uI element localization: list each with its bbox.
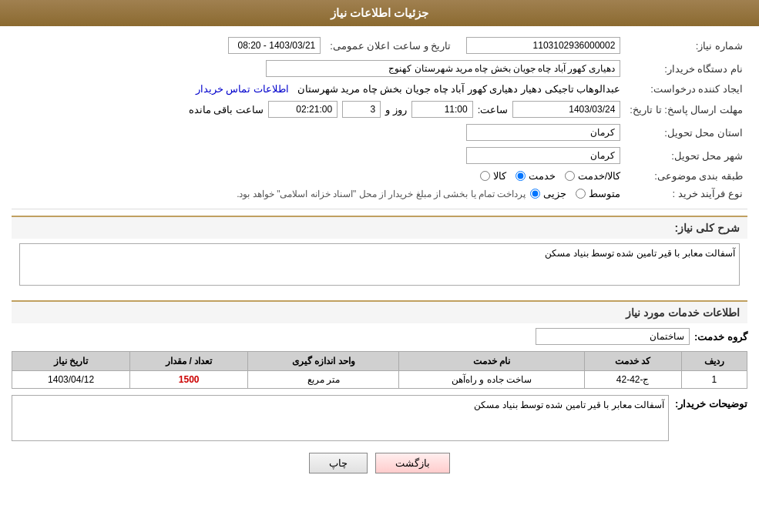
cell-tedad: 1500	[130, 371, 248, 389]
tabaqe-kala-label: کالا	[493, 170, 506, 182]
nooe-farayand-label: نوع فرآیند خرید :	[625, 185, 747, 202]
info-table: شماره نیاز: 1103102936000002 تاریخ و ساع…	[12, 34, 747, 202]
shahr-label: شهر محل تحویل:	[625, 144, 747, 167]
mohlet-date: 1403/03/24	[512, 101, 620, 118]
shomara-niaz-label: شماره نیاز:	[625, 34, 747, 57]
cell-radif: 1	[681, 371, 747, 389]
col-tedad: تعداد / مقدار	[130, 352, 248, 371]
nooe-farayand-text: پرداخت تمام یا بخشی از مبلغ خریدار از مح…	[237, 189, 526, 199]
gorooh-khedmat-value: ساختمان	[536, 328, 690, 345]
cell-tarikh: 1403/04/12	[12, 371, 130, 389]
tosif-row: توضیحات خریدار: document.querySelector('…	[12, 395, 747, 443]
nooe-jozi[interactable]: جزیی	[530, 188, 566, 199]
tabaqe-kala-khedmat[interactable]: کالا/خدمت	[565, 170, 621, 182]
cell-vahed: متر مربع	[248, 371, 399, 389]
ostan-label: استان محل تحویل:	[625, 121, 747, 144]
tabaqe-khedmat[interactable]: خدمت	[516, 170, 556, 182]
tosif-container: document.querySelector('[data-name="tosi…	[12, 395, 669, 443]
tosif-label: توضیحات خریدار:	[675, 395, 747, 410]
services-table: ردیف کد خدمت نام خدمت واحد اندازه گیری ت…	[12, 351, 747, 389]
ostan-value: کرمان	[466, 124, 620, 141]
gorooh-khedmat-label: گروه خدمت:	[694, 331, 747, 343]
tabaqe-radio-group: کالا/خدمت خدمت کالا	[480, 170, 621, 182]
ijad-konande-value: عبدالوهاب تاجیکی دهیار دهیاری کهور آباد …	[297, 83, 621, 95]
col-name: نام خدمت	[399, 352, 584, 371]
nooe-jozi-radio[interactable]	[530, 189, 540, 199]
nooe-farayand-radio-group: متوسط جزیی	[530, 188, 620, 199]
nooe-motavasset[interactable]: متوسط	[576, 188, 620, 199]
table-row: 1 ج-42-42 ساخت جاده و راه‌آهن متر مربع 1…	[12, 371, 747, 389]
tabaqe-kala[interactable]: کالا	[480, 170, 506, 182]
ijad-konande-label: ایجاد کننده درخواست:	[625, 80, 747, 98]
tarikh-elan-label: تاریخ و ساعت اعلان عمومی:	[325, 34, 455, 57]
page-title: جزئیات اطلاعات نیاز	[331, 6, 428, 19]
sharh-label: شرح کلی نیاز:	[675, 222, 740, 234]
cell-name: ساخت جاده و راه‌آهن	[399, 371, 584, 389]
col-vahed: واحد اندازه گیری	[248, 352, 399, 371]
nooe-motavasset-label: متوسط	[589, 188, 620, 199]
services-section-header: اطلاعات خدمات مورد نیاز	[12, 300, 747, 323]
mohlet-roz-label: روز و	[385, 104, 407, 115]
back-button[interactable]: بازگشت	[375, 453, 450, 473]
mohlet-roz: 3	[342, 101, 381, 118]
sharh-container: document.querySelector('[data-name="shar…	[12, 243, 747, 294]
nam-dastgah-value: دهیاری کهور آباد چاه جویان بخش چاه مرید …	[266, 60, 620, 77]
mohlet-remaining: 02:21:00	[268, 101, 338, 118]
mohlet-label: مهلت ارسال پاسخ: تا تاریخ:	[625, 98, 747, 121]
tabaqe-kala-khedmat-label: کالا/خدمت	[578, 170, 621, 182]
sharh-textarea[interactable]	[19, 243, 740, 286]
page-header: جزئیات اطلاعات نیاز	[0, 0, 759, 26]
tabaqe-label: طبقه بندی موضوعی:	[625, 167, 747, 185]
tabaqe-kala-radio[interactable]	[480, 171, 490, 181]
services-section-label: اطلاعات خدمات مورد نیاز	[626, 306, 740, 319]
print-button[interactable]: چاپ	[309, 453, 368, 473]
nooe-motavasset-radio[interactable]	[576, 189, 586, 199]
cell-kod: ج-42-42	[584, 371, 681, 389]
sharh-section-header: شرح کلی نیاز:	[12, 216, 747, 239]
buttons-row: بازگشت چاپ	[12, 443, 747, 483]
mohlet-saat-label: ساعت:	[478, 104, 509, 115]
divider-1	[12, 209, 747, 209]
col-tarikh: تاریخ نیاز	[12, 352, 130, 371]
mohlet-remaining-label: ساعت باقی مانده	[189, 104, 264, 115]
tabaqe-khedmat-label: خدمت	[529, 170, 556, 182]
col-kod: کد خدمت	[584, 352, 681, 371]
tabaqe-khedmat-radio[interactable]	[516, 171, 526, 181]
tarikh-elan-value: 1403/03/21 - 08:20	[228, 37, 321, 54]
tosif-textarea[interactable]	[12, 395, 669, 441]
col-radif: ردیف	[681, 352, 747, 371]
shomara-niaz-value: 1103102936000002	[466, 37, 620, 54]
ettelaat-tamas-link[interactable]: اطلاعات تماس خریدار	[196, 83, 289, 95]
nam-dastgah-label: نام دستگاه خریدار:	[625, 57, 747, 80]
nooe-jozi-label: جزیی	[543, 188, 566, 199]
mohlet-saat: 11:00	[411, 101, 473, 118]
gorooh-row: گروه خدمت: ساختمان	[12, 328, 747, 345]
shahr-value: کرمان	[466, 147, 620, 164]
tabaqe-kala-khedmat-radio[interactable]	[565, 171, 575, 181]
